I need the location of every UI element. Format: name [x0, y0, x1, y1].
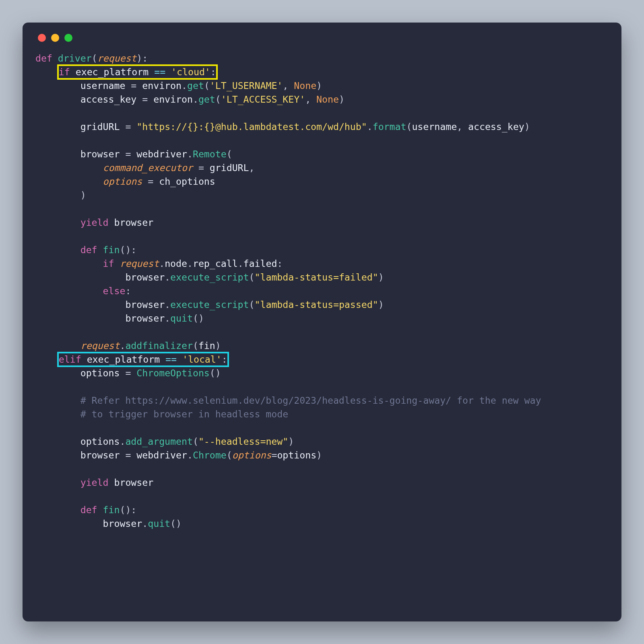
- operator-eq: ==: [154, 66, 165, 77]
- minimize-icon[interactable]: [51, 34, 59, 42]
- ident-exec-platform: exec_platform: [76, 66, 149, 77]
- param-request: request: [97, 53, 137, 64]
- method-get: get: [198, 94, 215, 105]
- ident-exec-platform: exec_platform: [87, 354, 160, 365]
- close-icon[interactable]: [38, 34, 46, 42]
- method-execute-script: execute_script: [170, 272, 249, 283]
- keyword-elif: elif: [59, 354, 81, 365]
- method-addfinalizer: addfinalizer: [125, 340, 193, 351]
- highlight-elif-local: elif exec_platform == 'local':: [58, 353, 228, 366]
- ident-browser: browser: [80, 450, 120, 460]
- keyword-else: else: [103, 285, 126, 296]
- string-headless: "--headless=new": [198, 436, 288, 447]
- ident-options: options: [80, 436, 120, 447]
- highlight-if-cloud: if exec_platform == 'cloud':: [58, 65, 217, 79]
- ident-browser: browser: [114, 477, 153, 488]
- keyword-yield: yield: [80, 217, 109, 228]
- keyword-def: def: [35, 53, 52, 64]
- ident-username: username: [80, 80, 126, 91]
- keyword-if: if: [103, 258, 114, 269]
- method-get: get: [187, 80, 204, 91]
- string-status-failed: "lambda-status=failed": [255, 272, 378, 283]
- ident-webdriver: webdriver: [136, 149, 187, 159]
- keyword-yield: yield: [80, 477, 109, 488]
- string-status-passed: "lambda-status=passed": [255, 299, 378, 310]
- const-none: None: [294, 80, 316, 91]
- ident-username: username: [412, 121, 457, 132]
- traffic-lights: [35, 34, 609, 42]
- method-execute-script: execute_script: [170, 299, 249, 310]
- ident-environ: environ: [153, 94, 193, 105]
- operator-eq: ==: [165, 354, 177, 365]
- string-lt-username: 'LT_USERNAME': [210, 80, 283, 91]
- ident-browser: browser: [114, 217, 153, 228]
- ident-request: request: [80, 340, 120, 351]
- zoom-icon[interactable]: [64, 34, 72, 42]
- ident-browser: browser: [80, 149, 120, 159]
- ident-gridurl: gridURL: [210, 162, 249, 173]
- string-local: 'local': [182, 354, 222, 365]
- kwarg-command-executor: command_executor: [103, 162, 193, 173]
- ident-fin: fin: [198, 340, 215, 351]
- func-name-fin: fin: [103, 244, 120, 255]
- attr-failed: failed: [244, 258, 277, 269]
- string-lt-access-key: 'LT_ACCESS_KEY': [221, 94, 305, 105]
- kwarg-options: options: [103, 176, 142, 187]
- func-name-fin: fin: [103, 504, 120, 515]
- comment-line-2: # to trigger browser in headless mode: [80, 409, 289, 419]
- keyword-def: def: [80, 504, 97, 515]
- ident-gridurl: gridURL: [80, 121, 120, 132]
- code-window: def driver(request): if exec_platform ==…: [23, 23, 621, 621]
- class-chromeoptions: ChromeOptions: [136, 367, 209, 378]
- attr-rep-call: rep_call: [193, 258, 238, 269]
- keyword-def: def: [80, 244, 97, 255]
- ident-options: options: [277, 450, 316, 460]
- ident-browser: browser: [125, 313, 165, 324]
- method-remote: Remote: [193, 149, 227, 159]
- attr-node: node: [165, 258, 187, 269]
- ident-webdriver: webdriver: [136, 450, 187, 460]
- ident-options: options: [80, 367, 120, 378]
- ident-ch-options: ch_options: [159, 176, 215, 187]
- ident-request: request: [120, 258, 159, 269]
- method-quit: quit: [170, 313, 193, 324]
- ident-browser: browser: [103, 518, 142, 529]
- kwarg-options: options: [232, 450, 272, 460]
- method-quit: quit: [148, 518, 170, 529]
- method-chrome: Chrome: [193, 450, 227, 460]
- comment-line-1: # Refer https://www.selenium.dev/blog/20…: [80, 395, 541, 406]
- ident-environ: environ: [142, 80, 182, 91]
- method-format: format: [373, 121, 407, 132]
- func-name-driver: driver: [58, 53, 92, 64]
- keyword-if: if: [59, 66, 70, 77]
- ident-browser: browser: [125, 299, 165, 310]
- ident-browser: browser: [125, 272, 165, 283]
- string-gridurl: "https://{}:{}@hub.lambdatest.com/wd/hub…: [136, 121, 367, 132]
- code-block: def driver(request): if exec_platform ==…: [35, 52, 609, 530]
- const-none: None: [316, 94, 339, 105]
- ident-access-key: access_key: [80, 94, 137, 105]
- ident-access-key: access_key: [468, 121, 524, 132]
- method-add-argument: add_argument: [125, 436, 193, 447]
- string-cloud: 'cloud': [171, 66, 211, 77]
